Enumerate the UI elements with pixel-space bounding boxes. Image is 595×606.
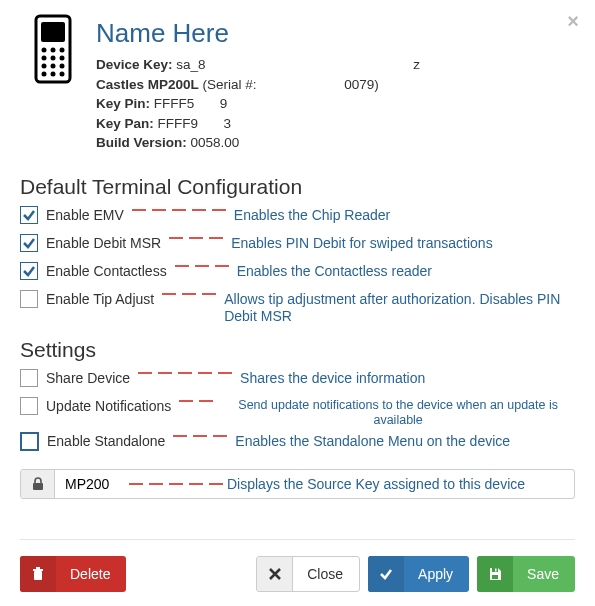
svg-rect-20 — [492, 575, 498, 579]
annotation-dash — [162, 289, 216, 295]
annotation-dash — [169, 233, 223, 239]
desc-update-notifications: Send update notifications to the device … — [221, 396, 575, 429]
source-key-input[interactable] — [55, 470, 125, 498]
label-share-device: Share Device — [46, 368, 130, 386]
key-pin-label: Key Pin: — [96, 96, 150, 111]
svg-rect-19 — [495, 569, 497, 572]
check-icon — [368, 556, 404, 592]
desc-enable-standalone: Enables the Standalone Menu on the devic… — [235, 431, 575, 451]
key-pin-v2: 9 — [220, 96, 228, 111]
device-key-tail: z — [413, 57, 420, 72]
save-button[interactable]: Save — [477, 556, 575, 592]
svg-point-5 — [42, 56, 47, 61]
lock-icon — [21, 470, 55, 498]
svg-rect-15 — [34, 571, 42, 580]
svg-point-3 — [51, 48, 56, 53]
checkbox-enable-standalone[interactable] — [20, 432, 39, 451]
key-pan-v1: FFFF9 — [158, 116, 199, 131]
svg-point-8 — [42, 64, 47, 69]
build-label: Build Version: — [96, 135, 187, 150]
svg-rect-14 — [33, 483, 43, 490]
annotation-dash — [132, 205, 226, 211]
key-pin-v1: FFFF5 — [154, 96, 195, 111]
device-icon — [28, 14, 78, 87]
desc-enable-emv: Enables the Chip Reader — [234, 205, 575, 225]
key-pan-v2: 3 — [224, 116, 232, 131]
modal-footer: Delete Close Apply Save — [20, 539, 575, 592]
svg-rect-17 — [36, 567, 40, 569]
svg-point-9 — [51, 64, 56, 69]
device-key-value: sa_8 — [176, 57, 205, 72]
desc-enable-tip-adjust: Allows tip adjustment after authorizatio… — [224, 289, 575, 326]
annotation-dash — [179, 396, 213, 402]
apply-label: Apply — [414, 566, 469, 582]
close-button[interactable]: Close — [256, 556, 360, 592]
label-enable-contactless: Enable Contactless — [46, 261, 167, 279]
label-enable-tip-adjust: Enable Tip Adjust — [46, 289, 154, 307]
device-modal: × Name Here Device Key: sa_8 — [0, 0, 595, 606]
close-icon[interactable]: × — [567, 10, 579, 33]
svg-point-10 — [60, 64, 65, 69]
key-pan-label: Key Pan: — [96, 116, 154, 131]
annotation-dash — [138, 368, 232, 374]
svg-point-11 — [42, 72, 47, 77]
desc-enable-contactless: Enables the Contactless reader — [237, 261, 575, 281]
x-icon — [257, 556, 293, 592]
save-icon — [477, 556, 513, 592]
model-label: Castles MP200L — [96, 77, 199, 92]
desc-source-key: Displays the Source Key assigned to this… — [227, 470, 574, 498]
build-value: 0058.00 — [191, 135, 240, 150]
svg-point-4 — [60, 48, 65, 53]
delete-label: Delete — [66, 566, 126, 582]
label-enable-emv: Enable EMV — [46, 205, 124, 223]
annotation-dash — [173, 431, 227, 437]
checkbox-share-device[interactable] — [20, 369, 38, 387]
label-enable-standalone: Enable Standalone — [47, 431, 165, 449]
svg-point-13 — [60, 72, 65, 77]
checkbox-enable-emv[interactable] — [20, 206, 38, 224]
checkbox-enable-debit-msr[interactable] — [20, 234, 38, 252]
svg-point-2 — [42, 48, 47, 53]
label-update-notifications: Update Notifications — [46, 396, 171, 414]
save-label: Save — [523, 566, 575, 582]
svg-point-7 — [60, 56, 65, 61]
section-settings: Settings — [20, 338, 575, 362]
svg-point-12 — [51, 72, 56, 77]
page-title: Name Here — [96, 18, 575, 49]
checkbox-update-notifications[interactable] — [20, 397, 38, 415]
checkbox-enable-tip-adjust[interactable] — [20, 290, 38, 308]
modal-header: Name Here Device Key: sa_8 z Castles MP2… — [20, 14, 575, 153]
annotation-dash — [175, 261, 229, 267]
svg-rect-1 — [41, 22, 65, 42]
device-key-label: Device Key: — [96, 57, 173, 72]
annotation-dash — [125, 470, 227, 498]
source-key-field: Displays the Source Key assigned to this… — [20, 469, 575, 499]
close-label: Close — [303, 566, 359, 582]
trash-icon — [20, 556, 56, 592]
device-meta: Device Key: sa_8 z Castles MP200L (Seria… — [96, 55, 575, 153]
serial-value: 0079) — [344, 77, 379, 92]
desc-enable-debit-msr: Enables PIN Debit for swiped transaction… — [231, 233, 575, 253]
serial-label: (Serial #: — [203, 77, 257, 92]
svg-point-6 — [51, 56, 56, 61]
desc-share-device: Shares the device information — [240, 368, 575, 388]
section-terminal-config: Default Terminal Configuration — [20, 175, 575, 199]
label-enable-debit-msr: Enable Debit MSR — [46, 233, 161, 251]
delete-button[interactable]: Delete — [20, 556, 126, 592]
checkbox-enable-contactless[interactable] — [20, 262, 38, 280]
svg-rect-16 — [33, 569, 43, 571]
apply-button[interactable]: Apply — [368, 556, 469, 592]
